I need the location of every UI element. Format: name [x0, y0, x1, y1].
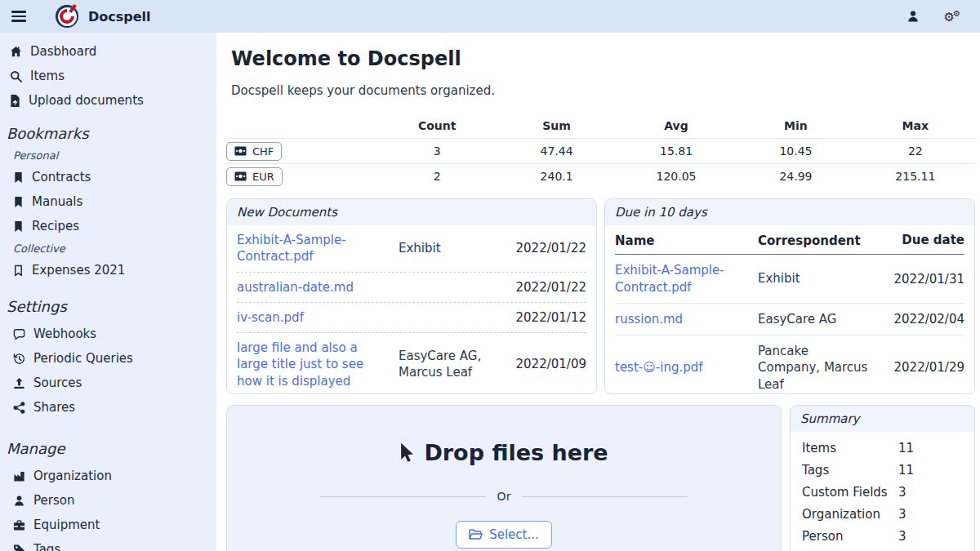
sidebar-item-equipment[interactable]: Equipment — [0, 513, 216, 537]
manage-header: Manage — [0, 436, 216, 460]
cogs-icon[interactable]: ⚙⚙ — [936, 10, 969, 24]
currency-stats-table: Count Sum Avg Min Max CHF — [226, 113, 975, 189]
due-panel-title: Due in 10 days — [605, 199, 974, 225]
comment-icon — [13, 328, 25, 340]
document-link[interactable]: iv-scan.pdf — [237, 310, 304, 325]
bookmark-icon — [13, 220, 24, 233]
due-panel: Due in 10 days Name Correspondent Due da… — [604, 198, 975, 394]
summary-label: Tags — [802, 463, 898, 478]
bookmark-outline-icon — [13, 264, 24, 277]
history-icon — [13, 353, 25, 365]
sidebar-item-tags[interactable]: Tags — [0, 537, 216, 551]
summary-label: Organization — [802, 507, 898, 522]
home-icon — [10, 46, 22, 58]
sidebar: Dasbhoard Items Upload documents Bookmar… — [0, 33, 216, 551]
currency-badge[interactable]: EUR — [226, 167, 283, 186]
docspell-logo-icon — [56, 5, 78, 28]
document-date: 2022/01/09 — [514, 357, 586, 371]
app-title: Docspell — [88, 9, 151, 24]
stat-min: 10.45 — [736, 144, 855, 158]
bookmarks-personal-label: Personal — [0, 145, 216, 165]
sidebar-item-recipes[interactable]: Recipes — [0, 214, 216, 238]
file-dropzone[interactable]: Drop files here Or Select... — [226, 405, 782, 551]
summary-row: Items 11 — [802, 437, 963, 459]
due-row: test-☺-ing.pdf Pancake Company, Marcus L… — [615, 335, 964, 394]
bookmarks-header: Bookmarks — [0, 121, 216, 145]
mouse-pointer-icon — [399, 442, 416, 464]
new-document-row: iv-scan.pdf 2022/01/12 — [237, 302, 586, 332]
document-date: 2022/01/22 — [514, 241, 586, 256]
summary-row: Equipment 2 — [802, 547, 963, 551]
topbar: Docspell ⚙⚙ — [0, 0, 980, 33]
new-document-row: large file and also a large title just t… — [237, 332, 586, 394]
summary-label: Person — [802, 529, 898, 544]
menu-icon[interactable] — [11, 9, 26, 23]
document-link[interactable]: australian-date.md — [237, 280, 354, 295]
due-table-header: Name Correspondent Due date — [615, 227, 964, 255]
new-documents-panel: New Documents Exhibit-A-Sample-Contract.… — [226, 198, 597, 394]
document-link[interactable]: russion.md — [615, 312, 683, 327]
document-due-date: 2022/01/29 — [879, 360, 964, 375]
dropzone-title: Drop files here — [399, 440, 608, 465]
stats-row: EUR 2 240.1 120.05 24.99 215.11 — [226, 163, 975, 189]
document-due-date: 2022/01/31 — [879, 272, 964, 287]
sidebar-item-contracts[interactable]: Contracts — [0, 165, 216, 189]
new-documents-title: New Documents — [227, 199, 596, 225]
stat-avg: 120.05 — [617, 170, 736, 183]
stats-header-row: Count Sum Avg Min Max — [226, 113, 975, 138]
document-correspondent: EasyCare AG, Marcus Leaf — [399, 348, 514, 381]
new-document-row: australian-date.md 2022/01/22 — [237, 272, 586, 302]
briefcase-icon — [13, 519, 25, 531]
summary-value: 11 — [898, 441, 914, 455]
page-subtitle: Docspell keeps your documents organized. — [231, 83, 975, 98]
page-title: Welcome to Docspell — [231, 47, 975, 70]
stat-avg: 15.81 — [617, 144, 736, 158]
upload-icon — [13, 377, 25, 389]
document-link[interactable]: Exhibit-A-Sample-Contract.pdf — [615, 263, 724, 294]
sidebar-item-webhooks[interactable]: Webhooks — [0, 322, 216, 346]
sidebar-item-expenses-2021[interactable]: Expenses 2021 — [0, 258, 216, 282]
sidebar-item-upload-documents[interactable]: Upload documents — [0, 88, 216, 113]
summary-value: 3 — [898, 507, 906, 522]
or-divider: Or — [320, 490, 688, 503]
user-icon[interactable] — [898, 10, 928, 23]
summary-row: Tags 11 — [802, 459, 963, 481]
tag-icon — [13, 544, 25, 551]
summary-value: 3 — [898, 485, 906, 500]
select-files-button[interactable]: Select... — [456, 521, 552, 549]
bookmarks-collective-label: Collective — [0, 238, 216, 258]
stat-max: 22 — [856, 144, 975, 158]
summary-row: Person 3 — [802, 525, 963, 547]
new-document-row: Exhibit-A-Sample-Contract.pdf Exhibit 20… — [237, 225, 586, 272]
bookmark-icon — [13, 171, 24, 184]
stat-count: 2 — [377, 170, 497, 183]
sidebar-item-manuals[interactable]: Manuals — [0, 189, 216, 214]
summary-value: 11 — [898, 463, 914, 478]
file-upload-icon — [10, 95, 20, 107]
main-content: Welcome to Docspell Docspell keeps your … — [216, 33, 980, 551]
document-link[interactable]: Exhibit-A-Sample-Contract.pdf — [237, 233, 346, 264]
document-date: 2022/01/12 — [514, 310, 586, 325]
sidebar-item-dashboard[interactable]: Dasbhoard — [0, 39, 216, 64]
sidebar-item-sources[interactable]: Sources — [0, 371, 216, 395]
sidebar-item-periodic-queries[interactable]: Periodic Queries — [0, 346, 216, 371]
document-link[interactable]: test-☺-ing.pdf — [615, 360, 703, 375]
money-bill-icon — [234, 146, 247, 156]
search-icon — [10, 70, 22, 82]
sidebar-item-shares[interactable]: Shares — [0, 395, 216, 420]
share-nodes-icon — [13, 402, 25, 414]
summary-label: Custom Fields — [802, 485, 898, 500]
stat-min: 24.99 — [736, 170, 855, 183]
document-date: 2022/01/22 — [514, 280, 586, 295]
bookmark-icon — [13, 196, 24, 208]
document-correspondent: EasyCare AG — [758, 311, 879, 327]
summary-row: Organization 3 — [802, 503, 963, 525]
sidebar-item-organization[interactable]: Organization — [0, 464, 216, 488]
currency-badge[interactable]: CHF — [226, 142, 282, 161]
summary-panel: Summary Items 11 Tags 11 — [790, 405, 975, 551]
sidebar-item-items[interactable]: Items — [0, 64, 216, 88]
summary-row: Custom Fields 3 — [802, 481, 963, 503]
sidebar-item-person[interactable]: Person — [0, 488, 216, 513]
document-correspondent: Exhibit — [758, 270, 879, 287]
document-link[interactable]: large file and also a large title just t… — [237, 340, 363, 389]
